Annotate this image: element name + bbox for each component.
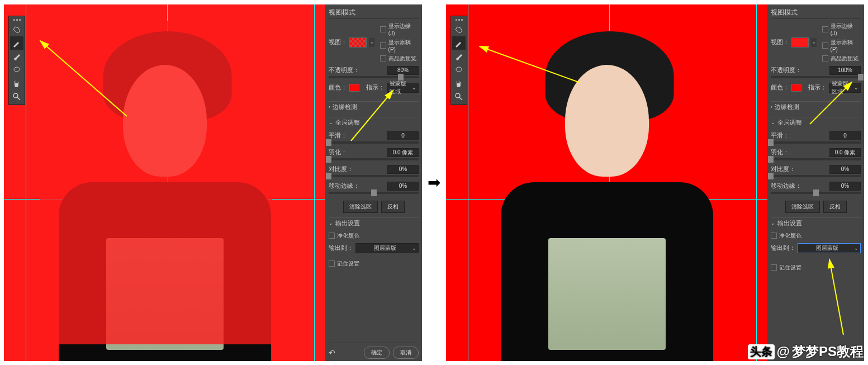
show-original-checkbox[interactable] [822,42,828,49]
zoom-tool[interactable] [10,90,23,103]
feather-input[interactable]: 0.0 像素 [387,148,419,157]
output-label: 输出设置 [335,219,360,227]
transition-arrow-icon: ➡ [428,173,440,192]
opacity-input[interactable]: 100% [829,66,861,75]
cancel-button[interactable]: 取消 [393,347,419,359]
ok-button[interactable]: 确定 [364,347,390,359]
opacity-slider[interactable] [771,76,861,78]
view-dropdown[interactable]: ⌄ [369,38,374,47]
output-to-value: 图层蒙版 [816,244,838,252]
smooth-slider[interactable] [771,141,861,144]
smooth-slider[interactable] [329,141,419,144]
high-quality-checkbox[interactable] [822,55,828,61]
undo-icon[interactable]: ↶ [329,348,335,357]
shift-edge-slider[interactable] [771,192,861,194]
quick-select-tool[interactable] [10,23,23,36]
color-swatch[interactable] [349,84,359,92]
feather-slider[interactable] [771,158,861,160]
remember-label: 记住设置 [337,260,359,268]
smooth-input[interactable]: 0 [387,131,419,140]
shift-edge-input[interactable]: 0% [387,182,419,191]
color-swatch[interactable] [791,84,801,92]
show-original-checkbox[interactable] [380,42,386,49]
hand-tool[interactable] [452,77,466,90]
invert-button[interactable]: 反相 [381,201,405,213]
view-thumbnail[interactable] [349,37,367,48]
indicate-select[interactable]: 被蒙版区域 [387,83,419,93]
remember-checkbox[interactable] [771,264,777,271]
edge-detection-section[interactable]: ›边缘检测 [329,101,419,112]
contrast-slider[interactable] [771,175,861,177]
quick-select-tool[interactable] [452,23,466,36]
output-to-select[interactable]: 图层蒙版 [355,243,419,253]
remember-checkbox[interactable] [329,260,335,267]
high-quality-checkbox[interactable] [380,55,386,61]
watermark-name: 梦梦PS教程 [792,343,864,361]
view-thumbnail[interactable] [791,37,809,48]
svg-point-0 [14,67,20,72]
output-label: 输出设置 [777,219,802,227]
output-to-select[interactable]: 图层蒙版 [798,243,861,253]
refine-edge-brush-tool[interactable] [10,36,23,50]
feather-slider[interactable] [329,158,419,160]
guide-vertical[interactable] [314,4,315,361]
view-dropdown[interactable]: ⌄ [811,38,817,47]
invert-button[interactable]: 反相 [823,201,847,213]
chevron-down-icon: ⌄ [771,220,775,226]
toolbar-grip[interactable] [10,17,23,23]
global-adjust-label: 全局调整 [777,118,802,127]
guide-vertical[interactable] [468,4,468,361]
show-edge-label: 显示边缘 (J) [388,22,419,36]
panel-title: 视图模式 [771,7,861,19]
output-section[interactable]: ⌄输出设置 [329,217,419,229]
edge-detection-section[interactable]: ›边缘检测 [771,101,861,112]
decontaminate-checkbox[interactable] [329,233,335,239]
indicate-select[interactable]: 被蒙版区域 [829,83,861,93]
high-quality-label: 高品质预览 [388,55,416,63]
clear-selection-button[interactable]: 清除选区 [785,201,820,213]
opacity-slider[interactable] [329,76,419,78]
show-original-label: 显示原稿 (P) [388,39,419,53]
output-to-label: 输出到： [771,244,795,252]
global-adjust-section[interactable]: ⌄全局调整 [329,117,419,128]
annotation-arrow-output [771,257,861,257]
tshirt-graphic [548,238,666,350]
hand-tool[interactable] [10,77,23,90]
opacity-label: 不透明度： [329,66,359,74]
mask-overlay [40,21,272,344]
lasso-tool[interactable] [452,63,466,77]
guide-vertical[interactable] [26,4,26,361]
contrast-input[interactable]: 0% [387,165,419,174]
smooth-input[interactable]: 0 [829,131,861,140]
annotation-arrow-panel [771,96,861,97]
brush-tool[interactable] [10,50,23,63]
lasso-tool[interactable] [10,63,23,77]
high-quality-label: 高品质预览 [831,55,858,63]
toolbar-grip[interactable] [452,17,466,23]
watermark: 头条 @ 梦梦PS教程 [748,343,864,361]
output-section[interactable]: ⌄输出设置 [771,217,861,229]
brush-tool[interactable] [452,50,466,63]
output-to-value: 图层蒙版 [374,244,396,252]
global-adjust-section[interactable]: ⌄全局调整 [771,117,861,128]
guide-vertical[interactable] [756,4,757,361]
zoom-tool[interactable] [452,90,466,103]
show-edge-checkbox[interactable] [380,26,386,32]
contrast-slider[interactable] [329,175,419,177]
chevron-down-icon: ⌄ [771,120,775,125]
clear-selection-button[interactable]: 清除选区 [343,201,378,213]
indicate-value: 被蒙版区域 [832,80,853,96]
contrast-label: 对比度： [771,165,795,173]
view-label: 视图： [329,38,347,46]
show-edge-checkbox[interactable] [822,26,828,32]
shift-edge-input[interactable]: 0% [829,182,861,191]
feather-input[interactable]: 0.0 像素 [829,148,861,157]
watermark-prefix: 头条 [748,344,775,359]
canvas-right[interactable] [446,4,767,361]
color-label: 颜色： [329,83,347,92]
shift-edge-slider[interactable] [329,192,419,194]
refine-edge-brush-tool[interactable] [452,36,466,50]
canvas-left[interactable] [4,4,325,361]
decontaminate-checkbox[interactable] [771,233,777,239]
contrast-input[interactable]: 0% [829,165,861,174]
